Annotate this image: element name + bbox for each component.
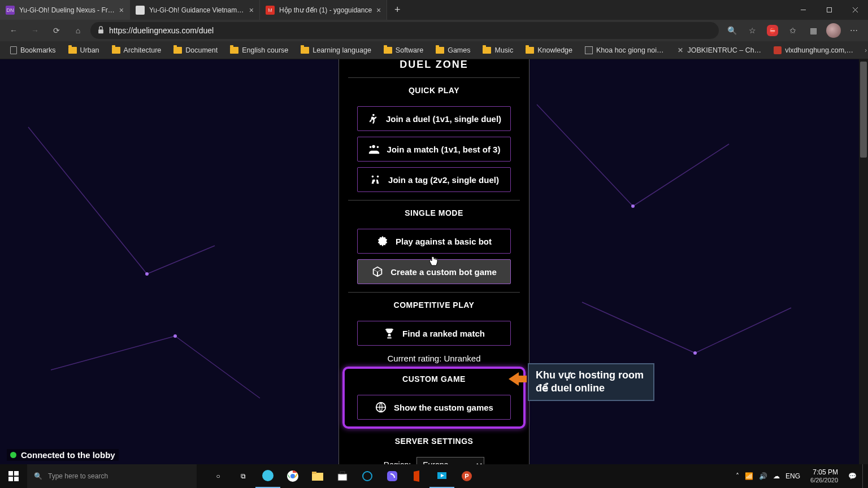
bookmark-item[interactable]: Khoa hoc giong noi… [580, 44, 669, 56]
toolbar-right: 🔍 ☆ ⛔ ✩ ▦ ⋯ [722, 21, 863, 40]
favorite-star-icon[interactable]: ☆ [743, 21, 762, 40]
svg-line-8 [175, 336, 260, 398]
action-center-icon[interactable]: 💬 [848, 472, 857, 480]
site-icon [585, 46, 593, 54]
gear-icon [376, 235, 389, 247]
adblock-icon[interactable]: ⛔ [763, 21, 782, 40]
create-bot-game-button[interactable]: Create a custom bot game [357, 259, 511, 284]
join-tag-button[interactable]: Join a tag (2v2, single duel) [357, 167, 511, 192]
bookmark-item[interactable]: Bookmarks [6, 44, 60, 56]
browser-tab-1[interactable]: Yu-Gi-Oh! Guidance Vietnam - H × [130, 0, 260, 20]
bookmark-item[interactable]: Architecture [107, 44, 166, 56]
system-tray: ˄ 📶 🔊 ☁ ENG 7:05 PM 6/26/2020 💬 [736, 464, 868, 488]
page-scrollbar[interactable] [859, 59, 868, 464]
folder-icon [436, 47, 444, 54]
refresh-button[interactable]: ⟳ [47, 21, 66, 40]
close-window-button[interactable] [842, 0, 868, 20]
bookmark-label: Document [185, 46, 218, 54]
home-button[interactable]: ⌂ [69, 21, 87, 40]
bookmark-item[interactable]: Games [431, 44, 475, 56]
video-editor-icon[interactable] [429, 464, 454, 488]
task-view-icon[interactable]: ⧉ [231, 464, 255, 488]
browser-tab-2[interactable]: M Hộp thư đến (1) - ygoguidance × [260, 0, 387, 20]
bookmark-label: JOBKIENTRUC – Ch… [688, 46, 762, 54]
language-indicator[interactable]: ENG [785, 472, 800, 480]
taskbar-search[interactable]: 🔍 Type here to search [27, 464, 197, 488]
url-text: https://duelingnexus.com/duel [109, 26, 214, 35]
tab-label: Yu-Gi-Oh! Dueling Nexus - Free [19, 6, 115, 14]
bookmark-item[interactable]: Music [478, 44, 518, 56]
bookmark-item[interactable]: English course [225, 44, 293, 56]
volume-icon[interactable]: 🔊 [759, 472, 767, 480]
chrome-icon[interactable] [280, 464, 305, 488]
forward-button[interactable]: → [26, 21, 44, 40]
new-tab-button[interactable]: + [387, 0, 407, 20]
bookmark-item[interactable]: Software [379, 44, 428, 56]
button-label: Join a tag (2v2, single duel) [388, 175, 499, 185]
bookmark-item[interactable]: Urban [64, 44, 104, 56]
scrollbar-thumb[interactable] [860, 62, 867, 158]
button-label: Show the custom games [394, 403, 493, 412]
close-icon[interactable]: × [119, 6, 124, 15]
region-label: Region: [384, 460, 411, 464]
favorites-icon[interactable]: ✩ [783, 21, 802, 40]
bookmark-label: Bookmarks [20, 46, 56, 54]
wifi-icon[interactable]: 📶 [745, 472, 753, 480]
svg-rect-18 [8, 471, 13, 476]
back-button[interactable]: ← [5, 21, 23, 40]
region-select[interactable]: Europe [416, 457, 484, 464]
svg-line-10 [633, 144, 729, 206]
start-button[interactable] [0, 464, 27, 488]
file-explorer-icon[interactable] [305, 464, 330, 488]
overflow-chevron-icon[interactable]: › [861, 46, 868, 54]
play-bot-button[interactable]: Play against a basic bot [357, 229, 511, 254]
onedrive-icon[interactable]: ☁ [773, 472, 780, 480]
svg-rect-28 [340, 472, 345, 474]
trophy-icon [383, 327, 396, 339]
region-row: Region: Europe [348, 457, 520, 464]
find-ranked-button[interactable]: Find a ranked match [357, 321, 511, 346]
tab-label: Hộp thư đến (1) - ygoguidance [279, 6, 372, 14]
duel-zone-panel: DUEL ZONE QUICK PLAY Join a duel (1v1, s… [338, 59, 530, 464]
viber-icon[interactable] [380, 464, 405, 488]
tray-chevron-icon[interactable]: ˄ [736, 472, 739, 480]
cortana-circle-icon[interactable] [355, 464, 380, 488]
annotation-text: Khu vực hosting room để duel online [536, 369, 644, 394]
minimize-button[interactable] [790, 0, 816, 20]
close-icon[interactable]: × [249, 6, 254, 15]
folder-icon [68, 47, 77, 54]
taskbar-clock[interactable]: 7:05 PM 6/26/2020 [806, 468, 843, 484]
bookmark-item[interactable]: Knowledge [521, 44, 577, 56]
svg-point-13 [145, 272, 149, 276]
ms-store-icon[interactable] [330, 464, 355, 488]
office-icon[interactable] [405, 464, 429, 488]
bookmark-item[interactable]: vlxdhunghung.com,… [769, 44, 858, 56]
bookmark-item[interactable]: Document [169, 44, 222, 56]
bookmark-item[interactable]: Learning language [296, 44, 376, 56]
show-custom-games-button[interactable]: Show the custom games [357, 395, 511, 420]
powerpoint-icon[interactable]: P [454, 464, 479, 488]
menu-button[interactable]: ⋯ [844, 21, 863, 40]
cortana-icon[interactable]: ○ [206, 464, 231, 488]
profile-avatar[interactable] [824, 21, 843, 40]
bookmark-label: Music [494, 46, 513, 54]
folder-icon [173, 47, 182, 54]
favicon-icon: DN [6, 6, 15, 15]
runner-icon [367, 112, 379, 125]
bookmark-item[interactable]: ✕JOBKIENTRUC – Ch… [672, 44, 766, 56]
maximize-button[interactable] [816, 0, 842, 20]
bookmark-label: Architecture [124, 46, 162, 54]
join-match-button[interactable]: Join a match (1v1, best of 3) [357, 137, 511, 162]
folder-icon [483, 47, 491, 54]
join-duel-button[interactable]: Join a duel (1v1, single duel) [357, 106, 511, 131]
collections-icon[interactable]: ▦ [804, 21, 823, 40]
button-label: Join a match (1v1, best of 3) [387, 145, 501, 154]
tag-duel-icon [369, 173, 381, 186]
edge-icon[interactable] [255, 464, 280, 488]
address-bar[interactable]: https://duelingnexus.com/duel [90, 22, 719, 39]
zoom-icon[interactable]: 🔍 [722, 21, 741, 40]
show-desktop-button[interactable] [862, 464, 866, 488]
close-icon[interactable]: × [376, 6, 381, 15]
browser-tab-0[interactable]: DN Yu-Gi-Oh! Dueling Nexus - Free × [0, 0, 130, 20]
svg-rect-30 [387, 471, 397, 481]
